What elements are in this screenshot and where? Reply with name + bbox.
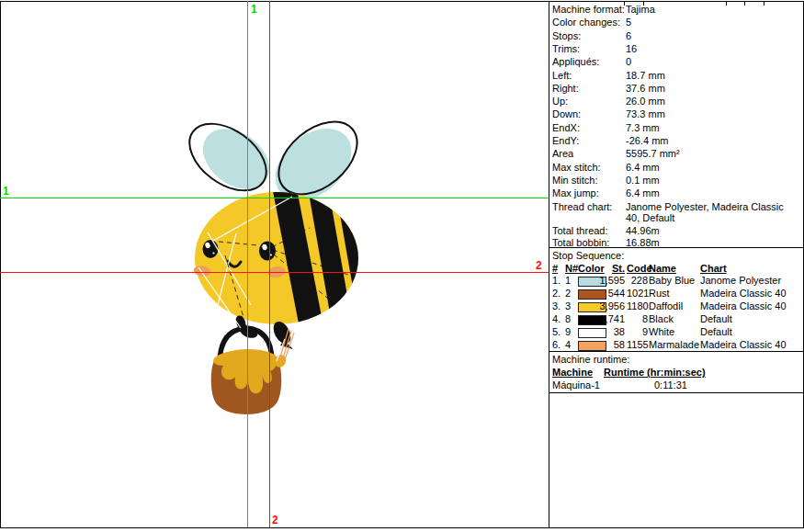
bee-left-eye-dot xyxy=(212,252,214,254)
stop-row-st: 544 xyxy=(583,288,625,299)
property-label: Color changes: xyxy=(552,17,620,28)
panel-divider xyxy=(549,392,804,393)
stop-row-chart: Default xyxy=(700,313,732,324)
runtime-header-runtime: Runtime (hr:min:sec) xyxy=(604,367,706,378)
stop-row-code: 9 xyxy=(627,326,648,337)
stop-row-code: 1180 xyxy=(627,300,648,311)
bee-right-eye xyxy=(259,242,276,261)
bee-design[interactable] xyxy=(177,108,388,414)
property-label: EndX: xyxy=(552,122,580,133)
stop-row-name: Rust xyxy=(649,288,670,299)
stop-row-name: Baby Blue xyxy=(649,275,695,286)
property-value: 16 xyxy=(626,43,800,54)
stop-row-st: 1,741 xyxy=(583,313,625,324)
stop-header-n: N# xyxy=(565,263,578,274)
stop-row-name: White xyxy=(649,326,674,337)
stop-row-code: 228 xyxy=(627,275,648,286)
property-label: Left: xyxy=(552,70,572,81)
stop-row-st: 58 xyxy=(583,339,625,350)
property-value: 6 xyxy=(626,30,800,41)
stop-row-num: 2. xyxy=(552,288,561,299)
guide-label-bottom: 2 xyxy=(272,514,278,526)
property-label: Machine format: xyxy=(552,4,625,15)
runtime-row-machine: Máquina-1 xyxy=(552,379,600,391)
stop-row-num: 5. xyxy=(552,326,561,337)
stop-header-name: Name xyxy=(649,263,676,274)
property-value: 0 xyxy=(626,56,800,67)
property-value: 5595.7 mm² xyxy=(626,148,800,159)
property-value: 73.3 mm xyxy=(626,108,800,119)
property-label: Trims: xyxy=(552,43,580,54)
runtime-header-machine: Machine xyxy=(552,367,593,378)
property-value: -26.4 mm xyxy=(626,135,800,146)
design-canvas[interactable]: 1 1 2 2 xyxy=(0,1,549,527)
machine-runtime-title: Machine runtime: xyxy=(552,354,629,365)
property-label: Up: xyxy=(552,96,568,107)
property-value: 18.7 mm xyxy=(626,70,800,81)
stop-row-num: 3. xyxy=(552,300,561,311)
property-value: 37.6 mm xyxy=(626,83,800,94)
property-value: Janome Polyester, Madeira Classic 40, De… xyxy=(626,201,800,223)
property-label: Min stitch: xyxy=(552,175,598,186)
property-label: Area xyxy=(552,148,573,159)
stop-row-st: 1,595 xyxy=(583,275,625,286)
property-value: 26.0 mm xyxy=(626,96,800,107)
property-label: Total bobbin: xyxy=(552,237,609,248)
property-value: 6.4 mm xyxy=(626,162,800,173)
stop-header-st: St. xyxy=(583,263,625,274)
property-label: Appliqués: xyxy=(552,56,599,67)
property-value: 5 xyxy=(626,17,800,28)
property-label: Thread chart: xyxy=(552,201,612,212)
panel-divider xyxy=(549,351,804,352)
stop-row-name: Marmalade xyxy=(649,339,699,350)
guide-label-left: 1 xyxy=(3,185,9,198)
stop-row-n: 8 xyxy=(565,313,571,324)
runtime-row-value: 0:11:31 xyxy=(654,379,687,391)
stop-sequence-title: Stop Sequence: xyxy=(552,250,624,261)
property-value: 44.96m xyxy=(626,225,800,236)
property-label: Max stitch: xyxy=(552,162,601,173)
stop-row-n: 1 xyxy=(565,275,571,286)
stop-row-name: Daffodil xyxy=(649,300,683,311)
panel-left-border xyxy=(549,1,549,527)
stop-row-st: 3,956 xyxy=(583,300,625,311)
stop-header-num: # xyxy=(552,263,558,274)
stop-row-chart: Madeira Classic 40 xyxy=(700,288,787,299)
property-label: Max jump: xyxy=(552,187,599,198)
stop-row-n: 3 xyxy=(565,300,571,311)
stop-row-code: 8 xyxy=(627,313,648,324)
stop-row-name: Black xyxy=(649,313,674,324)
stop-row-st: 38 xyxy=(583,326,625,337)
property-label: Total thread: xyxy=(552,225,608,236)
stop-row-num: 1. xyxy=(552,275,561,286)
stop-row-num: 6. xyxy=(552,339,561,350)
property-label: Stops: xyxy=(552,30,581,41)
guide-label-right: 2 xyxy=(536,259,542,272)
property-value: 0.1 mm xyxy=(626,175,800,186)
stop-row-chart: Janome Polyester xyxy=(700,275,781,286)
bee-left-eye xyxy=(203,240,219,258)
property-value: 7.3 mm xyxy=(626,122,800,133)
stop-row-code: 1021 xyxy=(627,288,648,299)
stop-row-chart: Madeira Classic 40 xyxy=(700,339,787,350)
stop-row-n: 4 xyxy=(565,339,571,350)
property-value: Tajima xyxy=(626,4,800,15)
guide-label-top: 1 xyxy=(251,3,257,16)
property-label: Down: xyxy=(552,108,581,119)
stop-row-n: 9 xyxy=(565,326,571,337)
stop-row-num: 4. xyxy=(552,313,561,324)
stop-row-chart: Default xyxy=(700,326,732,337)
property-label: Right: xyxy=(552,83,579,94)
stop-row-n: 2 xyxy=(565,288,571,299)
property-value: 16.88m xyxy=(626,237,800,248)
bee-right-eye-dot xyxy=(270,254,272,255)
property-label: EndY: xyxy=(552,135,579,146)
embroidery-report-window: 1 1 2 2 Stop Sequence: # N# Color St. Co… xyxy=(0,0,804,532)
stop-header-chart: Chart xyxy=(700,263,727,274)
stop-header-code: Code xyxy=(627,263,648,274)
stop-row-code: 1155 xyxy=(627,339,648,350)
stop-row-chart: Madeira Classic 40 xyxy=(700,300,787,311)
property-value: 6.4 mm xyxy=(626,187,800,198)
